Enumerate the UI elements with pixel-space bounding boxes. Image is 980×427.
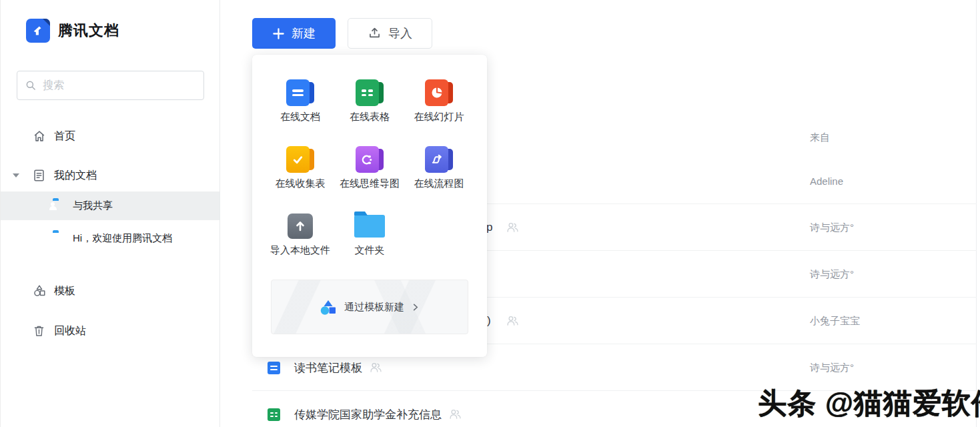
sidebar-item-label: 我的文档 — [54, 169, 97, 183]
online-flowchart-icon — [425, 146, 453, 173]
online-mindmap-icon — [356, 146, 384, 173]
menu-item-label: 文件夹 — [355, 244, 385, 257]
shared-folder-icon — [53, 200, 67, 212]
row-name: 传媒学院国家助学金补充信息 — [294, 407, 442, 422]
sidebar-item-templates[interactable]: 模板 — [1, 279, 219, 303]
menu-item-folder[interactable]: 文件夹 — [335, 211, 404, 278]
home-icon — [31, 129, 47, 144]
menu-item-label: 在线流程图 — [414, 177, 464, 190]
template-shapes-icon — [320, 299, 338, 316]
shared-people-icon — [506, 315, 520, 327]
row-from: 诗与远方° — [810, 204, 854, 251]
new-button-label: 新建 — [292, 25, 316, 41]
new-document-menu: 在线文档 在线表格 在线幻灯片 — [252, 55, 487, 357]
app-title: 腾讯文档 — [58, 21, 119, 41]
create-from-template-label: 通过模板新建 — [344, 301, 404, 314]
upload-icon — [368, 27, 382, 41]
menu-item-label: 在线幻灯片 — [414, 111, 464, 123]
menu-item-online-doc[interactable]: 在线文档 — [266, 77, 335, 144]
row-name: 读书笔记模板 — [294, 360, 362, 376]
search-icon — [25, 79, 36, 91]
import-button-label: 导入 — [388, 25, 412, 41]
menu-item-online-flowchart[interactable]: 在线流程图 — [404, 144, 474, 211]
new-button[interactable]: 新建 — [252, 18, 336, 49]
folder-icon — [354, 215, 385, 238]
online-sheet-icon — [356, 79, 384, 106]
menu-item-online-slide[interactable]: 在线幻灯片 — [404, 77, 474, 144]
menu-item-online-mindmap[interactable]: 在线思维导图 — [335, 144, 404, 211]
search-input[interactable] — [43, 79, 195, 91]
shared-people-icon — [369, 362, 383, 374]
column-header-from: 来自 — [810, 131, 830, 144]
sidebar-item-label: 与我共享 — [73, 199, 113, 212]
row-name-fragment: p — [486, 204, 492, 251]
sidebar-item-shared-with-me[interactable]: 与我共享 — [1, 191, 219, 220]
online-doc-icon — [286, 79, 314, 106]
shared-people-icon — [506, 222, 520, 234]
sidebar-item-welcome-folder[interactable]: Hi，欢迎使用腾讯文档 — [1, 226, 219, 250]
document-icon — [31, 168, 47, 183]
create-from-template-banner[interactable]: 通过模板新建 — [271, 280, 468, 334]
tencent-docs-app: 腾讯文档 首页 我的文档 与我共享 — [0, 0, 980, 427]
trash-icon — [31, 324, 47, 339]
menu-item-label: 在线收集表 — [276, 177, 326, 190]
row-from: 小兔子宝宝 — [810, 298, 860, 344]
sidebar: 腾讯文档 首页 我的文档 与我共享 — [1, 0, 220, 427]
online-slide-icon — [425, 79, 453, 106]
watermark-text: 头条 @猫猫爱软件 — [758, 384, 980, 423]
sidebar-item-recycle-bin[interactable]: 回收站 — [1, 319, 219, 343]
sidebar-item-label: Hi，欢迎使用腾讯文档 — [73, 232, 172, 245]
import-local-file-icon — [288, 214, 313, 239]
menu-item-import-local-file[interactable]: 导入本地文件 — [266, 211, 335, 278]
row-from: Adeline — [810, 157, 843, 204]
sheet-file-icon — [268, 408, 280, 421]
sidebar-item-home[interactable]: 首页 — [1, 124, 219, 148]
import-button[interactable]: 导入 — [348, 18, 432, 49]
menu-item-label: 在线表格 — [350, 111, 390, 123]
sidebar-item-label: 模板 — [54, 284, 75, 298]
sidebar-item-label: 首页 — [54, 129, 75, 143]
template-icon — [31, 284, 47, 299]
menu-item-label: 在线文档 — [280, 111, 320, 123]
menu-item-label: 在线思维导图 — [340, 177, 400, 190]
menu-item-label: 导入本地文件 — [270, 244, 330, 257]
main-content: 新建 导入 来自 Adeline p 诗与远方° 诗与远方° ) 小兔子 — [220, 0, 980, 427]
tencent-docs-logo-icon — [26, 19, 50, 43]
chevron-down-icon[interactable] — [13, 173, 19, 177]
shared-people-icon — [448, 408, 462, 420]
plus-icon — [272, 27, 285, 40]
menu-item-online-form[interactable]: 在线收集表 — [266, 144, 335, 211]
sidebar-item-my-docs[interactable]: 我的文档 — [1, 163, 219, 187]
chevron-right-icon — [411, 303, 420, 312]
row-name-fragment: ) — [487, 298, 491, 344]
online-form-icon — [286, 146, 314, 173]
menu-item-online-sheet[interactable]: 在线表格 — [335, 77, 404, 144]
search-box[interactable] — [17, 71, 204, 100]
app-logo[interactable]: 腾讯文档 — [26, 19, 119, 43]
sidebar-item-label: 回收站 — [54, 324, 86, 338]
row-from: 诗与远方° — [810, 251, 854, 298]
doc-file-icon — [268, 362, 280, 374]
folder-icon — [53, 232, 67, 244]
